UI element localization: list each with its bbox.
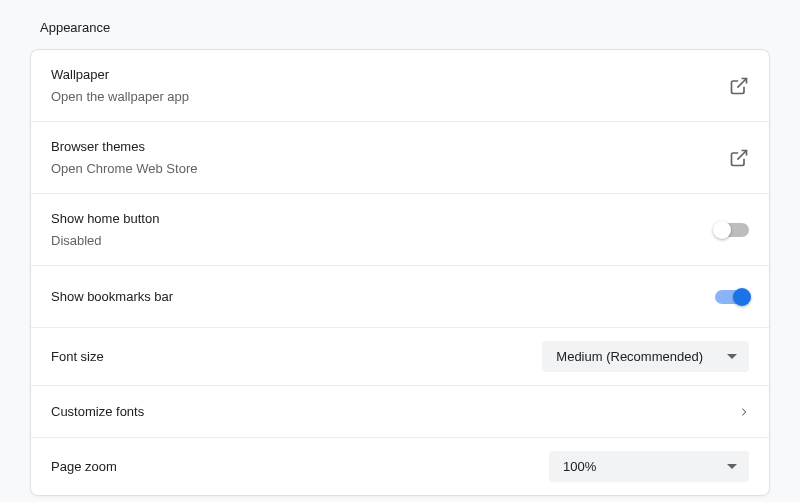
page-zoom-row: Page zoom 100%: [31, 438, 769, 495]
show-bookmarks-bar-toggle[interactable]: [715, 290, 749, 304]
chevron-right-icon: [741, 408, 749, 416]
open-external-icon: [729, 148, 749, 168]
browser-themes-title: Browser themes: [51, 137, 729, 157]
wallpaper-title: Wallpaper: [51, 65, 729, 85]
appearance-card: Wallpaper Open the wallpaper app Browser…: [30, 49, 770, 496]
browser-themes-row[interactable]: Browser themes Open Chrome Web Store: [31, 122, 769, 194]
customize-fonts-row[interactable]: Customize fonts: [31, 386, 769, 438]
caret-down-icon: [727, 354, 737, 359]
font-size-select[interactable]: Medium (Recommended): [542, 341, 749, 372]
caret-down-icon: [727, 464, 737, 469]
wallpaper-subtitle: Open the wallpaper app: [51, 87, 729, 107]
customize-fonts-title: Customize fonts: [51, 402, 741, 422]
page-zoom-title: Page zoom: [51, 457, 549, 477]
show-bookmarks-bar-row: Show bookmarks bar: [31, 266, 769, 328]
svg-line-1: [737, 150, 746, 159]
page-zoom-value: 100%: [563, 459, 596, 474]
browser-themes-subtitle: Open Chrome Web Store: [51, 159, 729, 179]
wallpaper-row[interactable]: Wallpaper Open the wallpaper app: [31, 50, 769, 122]
svg-line-0: [737, 78, 746, 87]
show-home-button-subtitle: Disabled: [51, 231, 715, 251]
font-size-title: Font size: [51, 347, 542, 367]
font-size-value: Medium (Recommended): [556, 349, 703, 364]
font-size-row: Font size Medium (Recommended): [31, 328, 769, 386]
show-bookmarks-bar-title: Show bookmarks bar: [51, 287, 715, 307]
section-title: Appearance: [40, 20, 770, 35]
show-home-button-row: Show home button Disabled: [31, 194, 769, 266]
page-zoom-select[interactable]: 100%: [549, 451, 749, 482]
open-external-icon: [729, 76, 749, 96]
show-home-button-toggle[interactable]: [715, 223, 749, 237]
show-home-button-title: Show home button: [51, 209, 715, 229]
